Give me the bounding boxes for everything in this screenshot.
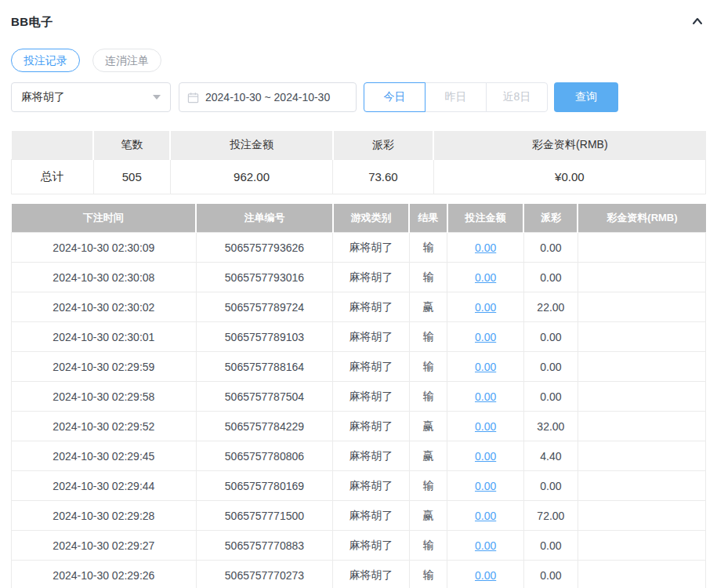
- bet-amount-link[interactable]: 0.00: [475, 420, 496, 433]
- bonus-cell: [578, 561, 705, 588]
- bet-amount-link[interactable]: 0.00: [475, 480, 496, 492]
- bonus-cell: [578, 382, 705, 412]
- bonus-cell: [578, 292, 705, 322]
- payout-cell: 0.00: [523, 233, 578, 263]
- table-row: 2024-10-30 02:29:28 5065757771500 麻将胡了 赢…: [12, 501, 706, 531]
- bonus-cell: [578, 471, 705, 501]
- records-header-row: 下注时间 注单编号 游戏类别 结果 投注金额 派彩 彩金资料(RMB): [12, 204, 706, 233]
- game-type-cell: 麻将胡了: [333, 412, 409, 441]
- bet-amount-cell: 0.00: [447, 322, 523, 352]
- bet-time-cell: 2024-10-30 02:29:28: [12, 501, 197, 531]
- bet-amount-cell: 0.00: [447, 561, 523, 588]
- bet-amount-cell: 0.00: [447, 501, 523, 531]
- result-cell: 输: [409, 382, 447, 412]
- table-row: 2024-10-30 02:30:01 5065757789103 麻将胡了 输…: [12, 322, 706, 352]
- last-8-days-button[interactable]: 近8日: [486, 82, 548, 112]
- order-number-cell: 5065757780169: [196, 471, 333, 501]
- payout-cell: 0.00: [523, 352, 578, 382]
- search-button[interactable]: 查询: [554, 82, 618, 112]
- order-number-cell: 5065757793016: [196, 263, 333, 292]
- result-cell: 赢: [409, 412, 447, 441]
- table-row: 2024-10-30 02:30:02 5065757789724 麻将胡了 赢…: [12, 292, 706, 322]
- result-cell: 输: [409, 471, 447, 501]
- order-number-cell: 5065757771500: [196, 501, 333, 531]
- game-type-cell: 麻将胡了: [333, 263, 409, 292]
- page-title: BB电子: [11, 15, 53, 30]
- bet-amount-link[interactable]: 0.00: [475, 331, 496, 343]
- bet-amount-link[interactable]: 0.00: [475, 510, 496, 522]
- result-cell: 赢: [409, 441, 447, 471]
- order-number-cell: 5065757770273: [196, 561, 333, 588]
- result-cell: 赢: [409, 292, 447, 322]
- bet-amount-link[interactable]: 0.00: [475, 390, 496, 403]
- tab-bet-records[interactable]: 投注记录: [11, 49, 80, 72]
- yesterday-button[interactable]: 昨日: [425, 82, 487, 112]
- bet-amount-cell: 0.00: [447, 471, 523, 501]
- summary-header-count: 笔数: [93, 131, 170, 159]
- order-number-cell: 5065757787504: [196, 382, 333, 412]
- records-header-bet-amount: 投注金额: [447, 204, 523, 233]
- summary-total-count: 505: [93, 159, 170, 194]
- summary-header-bonus: 彩金资料(RMB): [433, 131, 705, 159]
- payout-cell: 0.00: [523, 263, 578, 292]
- order-number-cell: 5065757793626: [196, 233, 333, 263]
- payout-cell: 0.00: [523, 471, 578, 501]
- order-number-cell: 5065757789103: [196, 322, 333, 352]
- table-row: 2024-10-30 02:29:44 5065757780169 麻将胡了 输…: [12, 471, 706, 501]
- bet-amount-link[interactable]: 0.00: [475, 241, 496, 254]
- payout-cell: 32.00: [523, 412, 578, 441]
- table-row: 2024-10-30 02:29:59 5065757788164 麻将胡了 输…: [12, 352, 706, 382]
- result-cell: 输: [409, 352, 447, 382]
- summary-total-bonus: ¥0.00: [433, 159, 705, 194]
- bet-amount-cell: 0.00: [447, 233, 523, 263]
- bet-amount-link[interactable]: 0.00: [475, 361, 496, 373]
- calendar-icon: [187, 92, 199, 103]
- payout-cell: 0.00: [523, 531, 578, 561]
- records-header-payout: 派彩: [523, 204, 578, 233]
- bet-amount-cell: 0.00: [447, 263, 523, 292]
- summary-header-row: 笔数 投注金额 派彩 彩金资料(RMB): [12, 131, 706, 159]
- tab-bar: 投注记录 连消注单: [11, 49, 706, 72]
- bonus-cell: [578, 412, 705, 441]
- today-button[interactable]: 今日: [364, 82, 425, 112]
- payout-cell: 72.00: [523, 501, 578, 531]
- bonus-cell: [578, 352, 705, 382]
- summary-total-payout: 73.60: [333, 159, 433, 194]
- bet-amount-link[interactable]: 0.00: [475, 450, 496, 463]
- order-number-cell: 5065757770883: [196, 531, 333, 561]
- game-type-cell: 麻将胡了: [333, 501, 409, 531]
- bonus-cell: [578, 233, 705, 263]
- bet-amount-link[interactable]: 0.00: [475, 539, 496, 552]
- bet-amount-link[interactable]: 0.00: [475, 271, 496, 284]
- collapse-panel-button[interactable]: [689, 13, 706, 32]
- summary-total-row: 总计 505 962.00 73.60 ¥0.00: [12, 159, 706, 194]
- bet-amount-cell: 0.00: [447, 382, 523, 412]
- bet-time-cell: 2024-10-30 02:29:52: [12, 412, 197, 441]
- summary-table: 笔数 投注金额 派彩 彩金资料(RMB) 总计 505 962.00 73.60…: [11, 131, 706, 194]
- bet-amount-cell: 0.00: [447, 292, 523, 322]
- bonus-cell: [578, 263, 705, 292]
- table-row: 2024-10-30 02:29:26 5065757770273 麻将胡了 输…: [12, 561, 706, 588]
- bet-amount-link[interactable]: 0.00: [475, 301, 496, 314]
- date-range-picker[interactable]: 2024-10-30 ~ 2024-10-30: [179, 82, 357, 112]
- bet-amount-link[interactable]: 0.00: [475, 569, 496, 582]
- table-row: 2024-10-30 02:29:27 5065757770883 麻将胡了 输…: [12, 531, 706, 561]
- game-type-cell: 麻将胡了: [333, 531, 409, 561]
- order-number-cell: 5065757780806: [196, 441, 333, 471]
- summary-total-label: 总计: [12, 159, 94, 194]
- panel-header: BB电子: [11, 9, 706, 34]
- payout-cell: 22.00: [523, 292, 578, 322]
- game-type-cell: 麻将胡了: [333, 233, 409, 263]
- tab-cancelled-orders[interactable]: 连消注单: [92, 49, 161, 72]
- game-select[interactable]: 麻将胡了: [11, 82, 171, 112]
- summary-header-bet-amount: 投注金额: [170, 131, 332, 159]
- bet-time-cell: 2024-10-30 02:30:02: [12, 292, 197, 322]
- bet-time-cell: 2024-10-30 02:30:09: [12, 233, 197, 263]
- chevron-up-icon: [690, 14, 704, 31]
- result-cell: 输: [409, 561, 447, 588]
- quick-date-button-group: 今日 昨日 近8日: [364, 82, 548, 112]
- game-select-value: 麻将胡了: [21, 90, 65, 104]
- bet-amount-cell: 0.00: [447, 352, 523, 382]
- records-header-result: 结果: [409, 204, 447, 233]
- game-type-cell: 麻将胡了: [333, 382, 409, 412]
